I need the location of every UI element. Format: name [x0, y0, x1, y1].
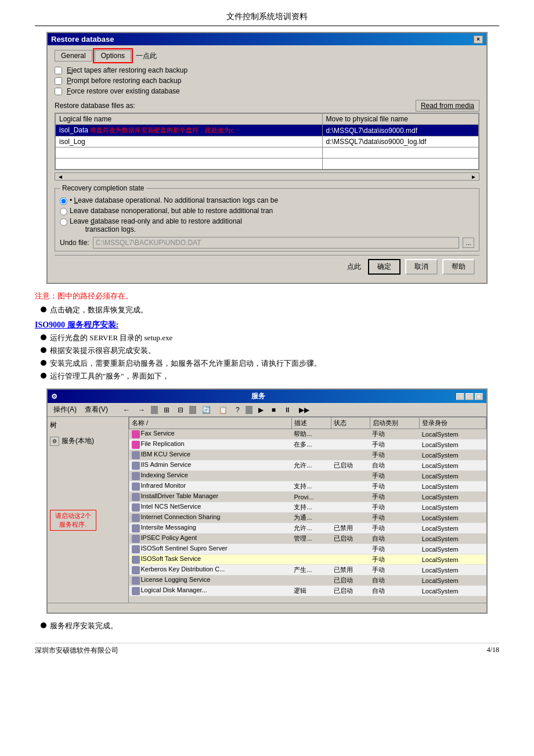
- radio-readonly-input[interactable]: [60, 218, 67, 226]
- final-bullet-text: 服务程序安装完成。: [50, 621, 118, 631]
- menu-action[interactable]: 操作(A): [50, 404, 80, 415]
- checkbox-force: Force restore over existing database: [55, 87, 479, 95]
- undo-label: Undo file:: [60, 239, 89, 247]
- svc-name-cell: IBM KCU Service: [129, 450, 292, 460]
- tab-general[interactable]: General: [55, 50, 92, 62]
- col-logical-name: Logical file name: [56, 114, 323, 125]
- services-max-btn[interactable]: □: [466, 393, 474, 400]
- services-dialog: ⚙ 服务 － □ × 操作(A) 查看(V) ← → ⊞ ⊟ 🔄 📋 ? ▶ ■…: [46, 388, 488, 614]
- svc-status-cell: [331, 544, 370, 555]
- toolbar-restart-icon[interactable]: ▶▶: [295, 405, 313, 415]
- menu-view[interactable]: 查看(V): [81, 404, 111, 415]
- table-row[interactable]: isol_Log d:\MSSQL7\data\iso9000_log.ldf: [56, 136, 479, 147]
- svc-desc-cell: [291, 544, 331, 555]
- services-table-row[interactable]: License Logging Service 已启动 自动 LocalSyst…: [129, 575, 486, 586]
- toolbar-back-icon[interactable]: ←: [120, 405, 134, 415]
- svc-startup-cell: 手动: [370, 555, 420, 565]
- col-name[interactable]: 名称 /: [129, 417, 292, 429]
- bullet-item: 点击确定，数据库恢复完成。: [41, 305, 499, 315]
- services-table-row[interactable]: Intersite Messaging 允许... 已禁用 手动 LocalSy…: [129, 523, 486, 534]
- svc-logon-cell: LocalSystem: [420, 575, 486, 586]
- services-min-btn[interactable]: －: [456, 393, 464, 400]
- services-table-row[interactable]: Indexing Service 手动 LocalSystem: [129, 471, 486, 481]
- services-close-btn[interactable]: ×: [475, 393, 483, 400]
- svc-name-cell: Fax Service: [129, 429, 292, 440]
- radio-nonoperational-input[interactable]: [60, 208, 67, 215]
- tree-local-services[interactable]: ⚙ 服务(本地): [50, 435, 126, 447]
- table-row[interactable]: isol_Data 将盘符改为数据库安装硬盘的那个盘符，此处改为c. d:\MS…: [56, 125, 479, 136]
- svc-desc-cell: 逻辑: [291, 586, 331, 596]
- services-table-row[interactable]: File Replication 在多... 手动 LocalSystem: [129, 440, 486, 450]
- toolbar-refresh-icon[interactable]: 🔄: [199, 405, 214, 415]
- services-table-row[interactable]: Fax Service 帮助... 手动 LocalSystem: [129, 429, 486, 440]
- ok-button[interactable]: 确定: [368, 259, 400, 275]
- services-table-row[interactable]: Internet Connection Sharing 为通... 手动 Loc…: [129, 513, 486, 523]
- services-table-row[interactable]: InstallDriver Table Manager Provi... 手动 …: [129, 492, 486, 502]
- read-from-media-btn[interactable]: Read from media: [416, 100, 479, 111]
- bullet-item: 安装完成后，需要重新启动服务器，如服务器不允许重新启动，请执行下面步骤。: [41, 358, 499, 369]
- services-table-row[interactable]: ISOSoft Sentinel Supro Server 手动 LocalSy…: [129, 544, 486, 555]
- restore-dialog-close-btn[interactable]: ×: [474, 35, 483, 44]
- toolbar-forward-icon[interactable]: →: [135, 405, 149, 415]
- col-desc[interactable]: 描述: [291, 417, 331, 429]
- checkbox-force-label: Force restore over existing database: [67, 87, 180, 95]
- recovery-section: Recovery completion state • Leave databa…: [55, 184, 479, 251]
- files-table: Logical file name Move to physical file …: [55, 113, 479, 170]
- checkbox-prompt: Prompt before restoring each backup: [55, 77, 479, 85]
- services-table-row[interactable]: Infrared Monitor 支持... 手动 LocalSystem: [129, 481, 486, 492]
- svc-desc-cell: 支持...: [291, 481, 331, 492]
- help-button[interactable]: 帮助: [442, 259, 475, 275]
- services-table-row[interactable]: ISOSoft Task Service 手动 LocalSystem: [129, 555, 486, 565]
- services-table-row[interactable]: Intel NCS NetService 支持... 手动 LocalSyste…: [129, 502, 486, 513]
- logical-name-cell: isol_Data 将盘符改为数据库安装硬盘的那个盘符，此处改为c.: [56, 125, 323, 136]
- svc-startup-cell: 手动: [370, 471, 420, 481]
- svc-startup-cell: 手动: [370, 492, 420, 502]
- tabs-row: General Options 一点此: [55, 50, 479, 62]
- cancel-button[interactable]: 取消: [405, 259, 438, 275]
- svc-logon-cell: LocalSystem: [420, 460, 486, 471]
- svc-desc-cell: 为通...: [291, 513, 331, 523]
- svc-desc-cell: 允许...: [291, 460, 331, 471]
- col-logon[interactable]: 登录身份: [420, 417, 486, 429]
- col-status[interactable]: 状态: [331, 417, 370, 429]
- col-startup[interactable]: 启动类别: [370, 417, 420, 429]
- svc-logon-cell: LocalSystem: [420, 544, 486, 555]
- toolbar-stop-icon[interactable]: ■: [268, 405, 279, 415]
- toolbar-list-icon[interactable]: ⊟: [174, 405, 187, 415]
- svc-status-cell: 已启动: [331, 586, 370, 596]
- toolbar-export-icon[interactable]: 📋: [215, 405, 231, 415]
- toolbar-play-icon[interactable]: ▶: [255, 405, 267, 415]
- checkbox-eject-input[interactable]: [55, 67, 62, 74]
- toolbar-grid-icon[interactable]: ⊞: [160, 405, 173, 415]
- svc-name-cell: License Logging Service: [129, 575, 292, 586]
- services-annotation: 请启动这2个服务程序.: [50, 510, 96, 531]
- restore-files-label: Restore database files as:: [55, 102, 135, 110]
- services-table-row[interactable]: Kerberos Key Distribution C... 产生... 已禁用…: [129, 565, 486, 575]
- physical-name-cell: d:\MSSQL7\data\iso9000.mdf: [322, 125, 478, 136]
- svc-status-cell: [331, 481, 370, 492]
- services-titlebar: ⚙ 服务 － □ ×: [48, 390, 486, 403]
- svc-logon-cell: LocalSystem: [420, 481, 486, 492]
- toolbar-help-icon[interactable]: ?: [232, 405, 243, 415]
- toolbar-sep2: [189, 406, 196, 414]
- tree-root: 树: [50, 419, 126, 431]
- restore-dialog-title: Restore database: [51, 35, 114, 44]
- services-table-row[interactable]: IIS Admin Service 允许... 已启动 自动 LocalSyst…: [129, 460, 486, 471]
- radio-operational-input[interactable]: [60, 197, 67, 205]
- checkbox-force-input[interactable]: [55, 88, 62, 95]
- bullet-text: 点击确定，数据库恢复完成。: [50, 305, 148, 315]
- toolbar-pause-icon[interactable]: ⏸: [280, 405, 294, 415]
- data-annotation: 将盘符改为数据库安装硬盘的那个盘符，此处改为c.: [90, 127, 236, 134]
- services-table-row[interactable]: IPSEC Policy Agent 管理... 已启动 自动 LocalSys…: [129, 534, 486, 544]
- services-table-row[interactable]: Logical Disk Manager... 逻辑 已启动 自动 LocalS…: [129, 586, 486, 596]
- undo-browse-btn[interactable]: ...: [463, 237, 474, 248]
- horizontal-scrollbar[interactable]: ◄ ►: [55, 172, 479, 181]
- tab-options[interactable]: Options: [95, 50, 131, 62]
- svc-name-cell: Kerberos Key Distribution C...: [129, 565, 292, 575]
- checkbox-prompt-label: Prompt before restoring each backup: [67, 77, 181, 85]
- services-table-row[interactable]: IBM KCU Service 手动 LocalSystem: [129, 450, 486, 460]
- svc-name-cell: InstallDriver Table Manager: [129, 492, 292, 502]
- undo-row: Undo file: ...: [60, 237, 474, 249]
- svc-startup-cell: 手动: [370, 502, 420, 513]
- checkbox-prompt-input[interactable]: [55, 77, 62, 85]
